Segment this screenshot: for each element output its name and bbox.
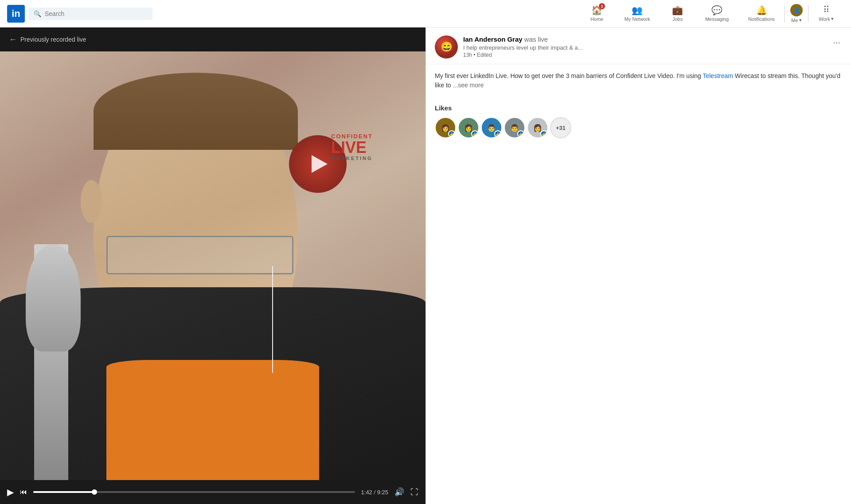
logo-text: CONFIDENT LIVE MARKETING (331, 133, 404, 161)
post-author-name[interactable]: Ian Anderson Gray (463, 35, 523, 43)
jobs-icon: 💼 (672, 5, 683, 16)
likes-title: Likes (435, 104, 842, 112)
like-badge-3: 👍 (494, 130, 501, 137)
nav-messaging[interactable]: 💬 Messaging (695, 0, 738, 27)
video-topbar: ← Previously recorded live (0, 27, 426, 51)
search-icon: 🔍 (34, 10, 41, 17)
avatar-placeholder: 👤 (793, 7, 800, 13)
person-glasses (106, 236, 293, 274)
side-panel: 😄 Ian Anderson Gray was live I help entr… (426, 27, 851, 504)
search-input[interactable] (45, 10, 147, 17)
avatar-image: 😄 (435, 35, 458, 59)
nav-jobs-label: Jobs (672, 16, 683, 22)
nav-notifications-label: Notifications (748, 16, 775, 22)
nav-items: 🏠 1 Home 👥 My Network 💼 Jobs 💬 Messaging… (579, 0, 844, 27)
home-badge: 1 (599, 3, 605, 9)
post-author-line: Ian Anderson Gray was live (463, 35, 826, 43)
play-button[interactable]: ▶ (7, 487, 14, 497)
home-icon: 🏠 1 (591, 5, 602, 16)
nav-me-label: Me ▾ (791, 17, 801, 23)
nav-me[interactable]: 👤 Me ▾ (785, 0, 808, 27)
main-content: ← Previously recorded live (0, 27, 851, 504)
nav-work-label: Work▾ (819, 16, 833, 22)
post-time: 13h • Edited (463, 52, 826, 58)
video-frame (0, 51, 426, 480)
like-avatar-2[interactable]: 👩 👍 (458, 117, 479, 138)
back-label: Previously recorded live (20, 36, 86, 43)
video-area[interactable]: CONFIDENT LIVE MARKETING (0, 51, 426, 480)
like-badge-1: 👍 (448, 130, 455, 137)
post-author-avatar[interactable]: 😄 (435, 35, 458, 59)
logo-marketing-text: MARKETING (331, 156, 404, 161)
progress-bar[interactable] (33, 491, 355, 493)
like-badge-4: 👍 (517, 130, 524, 137)
like-avatar-5[interactable]: 👩 👍 (527, 117, 548, 138)
like-avatar-1[interactable]: 👩 👍 (435, 117, 456, 138)
fullscreen-button[interactable]: ⛶ (410, 488, 418, 497)
see-more-link[interactable]: ...see more (453, 82, 484, 89)
post-telestream-link[interactable]: Telestream (703, 72, 733, 79)
nav-messaging-label: Messaging (705, 16, 729, 22)
nav-notifications[interactable]: 🔔 Notifications (738, 0, 785, 27)
logo-live-text: LIVE (331, 140, 404, 156)
nav-my-network-label: My Network (625, 16, 650, 22)
likes-section: Likes 👩 👍 👩 👍 👨 👍 👨 👍 (426, 97, 851, 145)
like-badge-5: 👍 (540, 130, 547, 137)
logo-overlay: CONFIDENT LIVE MARKETING (289, 129, 404, 199)
person-hair (94, 73, 298, 150)
avatar: 👤 (790, 4, 803, 16)
person-ear (81, 180, 102, 223)
nav-work[interactable]: ⠿ Work▾ (808, 0, 844, 27)
nav-my-network[interactable]: 👥 My Network (615, 0, 660, 27)
progress-thumb (92, 489, 97, 495)
post-more-button[interactable]: ··· (831, 35, 842, 49)
post-meta: Ian Anderson Gray was live I help entrep… (463, 35, 826, 58)
back-button[interactable]: ← Previously recorded live (9, 35, 86, 44)
play-icon (312, 155, 328, 173)
like-avatar-3[interactable]: 👨 👍 (481, 117, 502, 138)
messaging-icon: 💬 (711, 5, 722, 16)
hoodie-orange-accent (106, 360, 319, 480)
volume-button[interactable]: 🔊 (394, 487, 404, 497)
network-icon: 👥 (632, 5, 643, 16)
nav-home-label: Home (590, 16, 603, 22)
mic-head (26, 244, 81, 352)
video-background: CONFIDENT LIVE MARKETING (0, 51, 426, 480)
likes-avatars: 👩 👍 👩 👍 👨 👍 👨 👍 👩 👍 (435, 117, 842, 138)
post-header: 😄 Ian Anderson Gray was live I help entr… (426, 27, 851, 64)
like-badge-2: 👍 (471, 130, 478, 137)
work-icon: ⠿ (823, 4, 830, 15)
post-body: My first ever LinkedIn Live. How to get … (426, 64, 851, 97)
nav-home[interactable]: 🏠 1 Home (579, 0, 615, 27)
post-body-text: My first ever LinkedIn Live. How to get … (435, 72, 703, 79)
nav-jobs[interactable]: 💼 Jobs (660, 0, 695, 27)
post-subtitle: I help entrepreneurs level up their impa… (463, 44, 826, 51)
like-avatar-4[interactable]: 👨 👍 (504, 117, 525, 138)
video-controls: ▶ ⏮ 1:42 / 9:25 🔊 ⛶ (0, 480, 426, 504)
notifications-icon: 🔔 (756, 5, 767, 16)
time-display: 1:42 / 9:25 (361, 489, 388, 496)
more-likes-button[interactable]: +31 (550, 117, 571, 138)
linkedin-logo[interactable]: in (7, 5, 25, 23)
progress-fill (33, 491, 94, 493)
navbar: in 🔍 🏠 1 Home 👥 My Network 💼 Jobs 💬 Mess… (0, 0, 851, 27)
video-panel: ← Previously recorded live (0, 27, 426, 504)
post-was-live: was live (523, 35, 548, 43)
search-bar[interactable]: 🔍 (28, 8, 152, 20)
skip-back-button[interactable]: ⏮ (20, 488, 27, 496)
back-arrow-icon: ← (9, 35, 17, 44)
